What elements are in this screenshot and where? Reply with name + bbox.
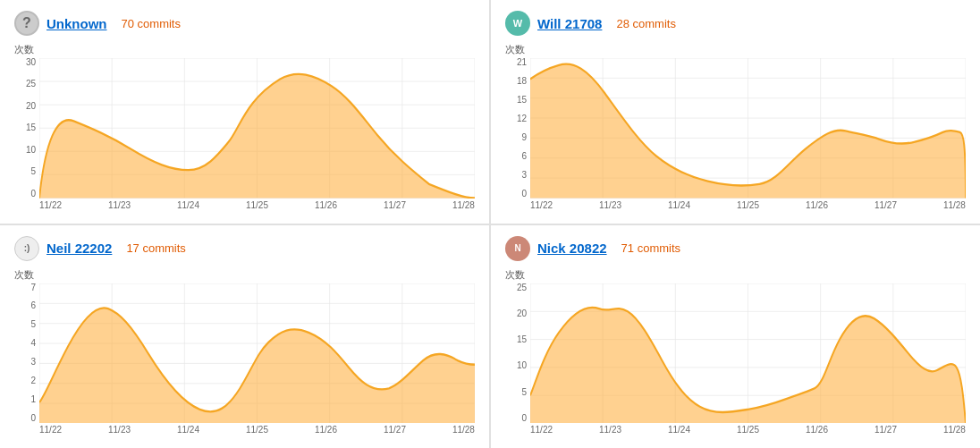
chart-area-neil: 0123456711/2211/2311/2411/2511/2611/2711… — [14, 283, 475, 440]
x-axis-unknown: 11/2211/2311/2411/2511/2611/2711/28 — [39, 199, 475, 215]
y-tick: 5 — [14, 320, 36, 329]
x-tick: 11/25 — [246, 200, 268, 215]
y-tick: 5 — [505, 388, 527, 397]
panel-nick: NNick 2082271 commits次数051015202511/2211… — [491, 225, 980, 449]
y-tick: 1 — [14, 395, 36, 404]
chart-inner-nick: 11/2211/2311/2411/2511/2611/2711/28 — [530, 283, 966, 440]
panel-header-nick: NNick 2082271 commits — [505, 236, 966, 261]
panel-neil: :)Neil 2220217 commits次数0123456711/2211/… — [0, 225, 489, 449]
x-tick: 11/26 — [315, 200, 337, 215]
panel-will: WWill 2170828 commits次数03691215182111/22… — [491, 0, 980, 224]
x-tick: 11/22 — [530, 200, 553, 215]
y-tick: 5 — [14, 167, 36, 176]
y-tick: 10 — [505, 361, 527, 370]
x-tick: 11/25 — [737, 425, 759, 439]
y-tick: 20 — [505, 309, 527, 318]
x-tick: 11/23 — [108, 425, 131, 439]
y-tick: 9 — [505, 133, 527, 142]
y-title-will: 次数 — [505, 43, 966, 56]
x-tick: 11/26 — [806, 425, 828, 439]
y-tick: 25 — [14, 80, 36, 89]
chart-area-unknown: 05101520253011/2211/2311/2411/2511/2611/… — [14, 58, 475, 215]
avatar-neil: :) — [14, 236, 39, 261]
panel-unknown: ?Unknown70 commits次数05101520253011/2211/… — [0, 0, 489, 224]
y-tick: 30 — [14, 58, 36, 67]
y-tick: 15 — [14, 123, 36, 132]
y-tick: 0 — [505, 414, 527, 423]
avatar-nick: N — [505, 236, 530, 261]
chart-area-will: 03691215182111/2211/2311/2411/2511/2611/… — [505, 58, 966, 215]
commit-count-neil: 17 commits — [126, 241, 185, 255]
y-tick: 6 — [14, 301, 36, 310]
user-name-unknown[interactable]: Unknown — [46, 16, 107, 31]
y-tick: 25 — [505, 283, 527, 292]
x-tick: 11/22 — [39, 425, 62, 439]
x-tick: 11/27 — [384, 425, 406, 439]
x-axis-nick: 11/2211/2311/2411/2511/2611/2711/28 — [530, 423, 966, 439]
x-tick: 11/23 — [599, 200, 621, 215]
y-tick: 20 — [14, 102, 36, 111]
panel-header-neil: :)Neil 2220217 commits — [14, 236, 475, 261]
y-tick: 0 — [505, 190, 527, 199]
x-axis-neil: 11/2211/2311/2411/2511/2611/2711/28 — [39, 423, 475, 439]
x-tick: 11/24 — [177, 200, 199, 215]
y-tick: 4 — [14, 339, 36, 348]
y-tick: 7 — [14, 283, 36, 292]
y-axis-nick: 0510152025 — [505, 283, 530, 440]
x-tick: 11/25 — [737, 200, 759, 215]
y-tick: 0 — [14, 414, 36, 423]
y-tick: 12 — [505, 114, 527, 123]
y-tick: 3 — [505, 171, 527, 180]
chart-area-nick: 051015202511/2211/2311/2411/2511/2611/27… — [505, 283, 966, 440]
y-tick: 2 — [14, 376, 36, 385]
user-name-nick[interactable]: Nick 20822 — [537, 241, 607, 256]
y-title-unknown: 次数 — [14, 43, 475, 56]
y-tick: 0 — [14, 190, 36, 199]
y-title-neil: 次数 — [14, 268, 475, 282]
x-tick: 11/23 — [108, 200, 131, 215]
user-name-will[interactable]: Will 21708 — [537, 16, 602, 31]
x-tick: 11/24 — [668, 200, 690, 215]
chart-inner-neil: 11/2211/2311/2411/2511/2611/2711/28 — [39, 283, 475, 440]
commit-count-unknown: 70 commits — [122, 17, 181, 30]
x-axis-will: 11/2211/2311/2411/2511/2611/2711/28 — [530, 199, 966, 215]
user-name-neil[interactable]: Neil 22202 — [46, 241, 112, 256]
y-tick: 15 — [505, 96, 527, 105]
x-tick: 11/24 — [668, 425, 690, 439]
chart-svg-unknown — [39, 58, 475, 199]
y-axis-unknown: 051015202530 — [14, 58, 39, 215]
y-tick: 10 — [14, 146, 36, 155]
y-axis-neil: 01234567 — [14, 283, 39, 440]
x-tick: 11/28 — [943, 425, 966, 439]
avatar-unknown: ? — [14, 11, 39, 36]
y-tick: 6 — [505, 152, 527, 161]
panel-header-will: WWill 2170828 commits — [505, 11, 966, 36]
x-tick: 11/22 — [39, 200, 62, 215]
dashboard-grid: ?Unknown70 commits次数05101520253011/2211/… — [0, 0, 980, 448]
y-tick: 3 — [14, 358, 36, 367]
y-tick: 18 — [505, 77, 527, 86]
x-tick: 11/27 — [874, 200, 897, 215]
x-tick: 11/28 — [452, 425, 475, 439]
x-tick: 11/28 — [943, 200, 966, 215]
x-tick: 11/26 — [806, 200, 828, 215]
x-tick: 11/27 — [384, 200, 406, 215]
x-tick: 11/27 — [874, 425, 897, 439]
x-tick: 11/26 — [315, 425, 337, 439]
chart-svg-nick — [530, 283, 966, 424]
y-tick: 21 — [505, 58, 527, 67]
y-axis-will: 036912151821 — [505, 58, 530, 215]
x-tick: 11/22 — [530, 425, 553, 439]
y-title-nick: 次数 — [505, 268, 966, 282]
commit-count-will: 28 commits — [616, 17, 675, 30]
chart-inner-unknown: 11/2211/2311/2411/2511/2611/2711/28 — [39, 58, 475, 215]
panel-header-unknown: ?Unknown70 commits — [14, 11, 475, 36]
commit-count-nick: 71 commits — [621, 241, 680, 255]
x-tick: 11/25 — [246, 425, 268, 439]
y-tick: 15 — [505, 335, 527, 344]
chart-svg-will — [530, 58, 966, 199]
x-tick: 11/28 — [452, 200, 475, 215]
avatar-will: W — [505, 11, 530, 36]
chart-svg-neil — [39, 283, 475, 424]
x-tick: 11/24 — [177, 425, 199, 439]
